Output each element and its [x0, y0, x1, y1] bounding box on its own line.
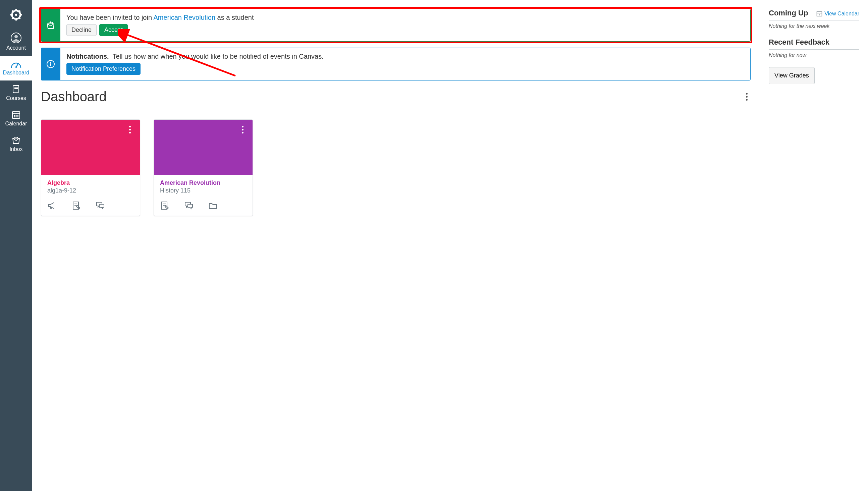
- course-card-menu[interactable]: [238, 124, 247, 135]
- page-header: Dashboard: [41, 87, 751, 109]
- center-column: You have been invited to join American R…: [41, 9, 751, 491]
- discussion-icon: [95, 201, 105, 210]
- files-icon: [208, 201, 218, 210]
- info-icon-stripe: [41, 48, 60, 81]
- svg-point-13: [16, 66, 17, 68]
- calendar-icon: [11, 110, 21, 119]
- notification-prefs-button[interactable]: Notification Preferences: [66, 63, 141, 75]
- calendar-small-icon: 3: [816, 11, 822, 17]
- svg-rect-31: [50, 63, 51, 66]
- global-nav: Account Dashboard Courses Calendar: [0, 0, 32, 491]
- course-action-files[interactable]: [208, 201, 218, 210]
- svg-rect-41: [188, 204, 193, 207]
- course-card-subtitle: History 115: [160, 187, 247, 194]
- course-action-discussion[interactable]: [184, 201, 194, 210]
- notification-body: Tell us how and when you would like to b…: [112, 53, 323, 60]
- canvas-logo-icon: [9, 7, 24, 22]
- invite-course-link[interactable]: American Revolution: [153, 14, 215, 21]
- user-icon: [10, 32, 22, 44]
- course-card-hero: [154, 120, 253, 175]
- assignment-icon: [160, 201, 169, 210]
- nav-inbox[interactable]: Inbox: [0, 132, 32, 157]
- nav-courses-label: Courses: [6, 95, 26, 101]
- accept-button[interactable]: Accept: [99, 24, 128, 36]
- course-action-announcement[interactable]: [47, 201, 57, 210]
- book-icon: [11, 85, 21, 94]
- course-card[interactable]: Algebraalg1a-9-12: [41, 119, 140, 216]
- invitation-icon: [46, 21, 55, 30]
- nav-dashboard-label: Dashboard: [3, 70, 29, 76]
- recent-feedback-title: Recent Feedback: [769, 38, 830, 47]
- invite-icon-stripe: [41, 9, 60, 41]
- course-card-actions: [41, 195, 140, 215]
- svg-rect-20: [14, 115, 15, 116]
- svg-point-11: [15, 35, 18, 38]
- discussion-icon: [184, 201, 194, 210]
- course-card-title[interactable]: American Revolution: [160, 179, 247, 186]
- nav-account-label: Account: [6, 45, 26, 51]
- dashboard-icon: [11, 60, 22, 68]
- svg-rect-22: [18, 115, 19, 116]
- nav-dashboard[interactable]: Dashboard: [0, 56, 32, 81]
- svg-rect-23: [14, 116, 15, 117]
- nav-calendar[interactable]: Calendar: [0, 106, 32, 132]
- course-card-menu[interactable]: [126, 124, 134, 135]
- invite-suffix: as a student: [215, 14, 254, 21]
- view-calendar-label: View Calendar: [824, 11, 859, 17]
- page-title: Dashboard: [41, 89, 107, 104]
- notification-message: Notifications. Tell us how and when you …: [66, 53, 744, 60]
- course-action-assignment[interactable]: [71, 201, 81, 210]
- notification-title: Notifications.: [66, 53, 109, 60]
- view-calendar-link[interactable]: 3 View Calendar: [816, 11, 859, 17]
- invite-prefix: You have been invited to join: [66, 14, 153, 21]
- svg-rect-36: [99, 204, 104, 207]
- course-action-assignment[interactable]: [160, 201, 169, 210]
- announcement-icon: [47, 201, 57, 210]
- nav-courses[interactable]: Courses: [0, 81, 32, 106]
- dashboard-options-menu[interactable]: [743, 92, 751, 102]
- nav-account[interactable]: Account: [0, 28, 32, 56]
- course-card-title[interactable]: Algebra: [47, 179, 134, 186]
- course-card[interactable]: American RevolutionHistory 115: [154, 119, 253, 216]
- view-grades-button[interactable]: View Grades: [769, 67, 815, 84]
- svg-rect-21: [16, 115, 17, 116]
- recent-feedback-empty: Nothing for now: [769, 52, 859, 58]
- svg-point-0: [15, 14, 17, 16]
- course-card-hero: [41, 120, 140, 175]
- coming-up-empty: Nothing for the next week: [769, 23, 859, 29]
- course-cards: Algebraalg1a-9-12American RevolutionHist…: [41, 119, 751, 216]
- notification-prefs-alert: Notifications. Tell us how and when you …: [41, 48, 751, 81]
- svg-text:3: 3: [819, 13, 820, 16]
- info-icon: [46, 60, 55, 68]
- course-card-subtitle: alg1a-9-12: [47, 187, 134, 194]
- svg-rect-24: [16, 116, 17, 117]
- svg-point-30: [50, 62, 51, 63]
- decline-button[interactable]: Decline: [66, 24, 96, 36]
- nav-calendar-label: Calendar: [5, 121, 27, 126]
- course-action-discussion[interactable]: [95, 201, 105, 210]
- annotation-highlight: You have been invited to join American R…: [39, 7, 752, 43]
- inbox-icon: [11, 136, 21, 145]
- right-sidebar: Coming Up 3 View Calendar Nothing for th…: [769, 9, 859, 491]
- course-card-actions: [154, 195, 253, 215]
- main-area: You have been invited to join American R…: [32, 0, 868, 491]
- canvas-logo: [9, 0, 24, 28]
- assignment-icon: [71, 201, 81, 210]
- coming-up-title: Coming Up: [769, 9, 808, 18]
- course-invite-alert: You have been invited to join American R…: [41, 9, 751, 41]
- nav-inbox-label: Inbox: [9, 146, 23, 152]
- svg-rect-25: [18, 116, 19, 117]
- invite-message: You have been invited to join American R…: [66, 14, 744, 22]
